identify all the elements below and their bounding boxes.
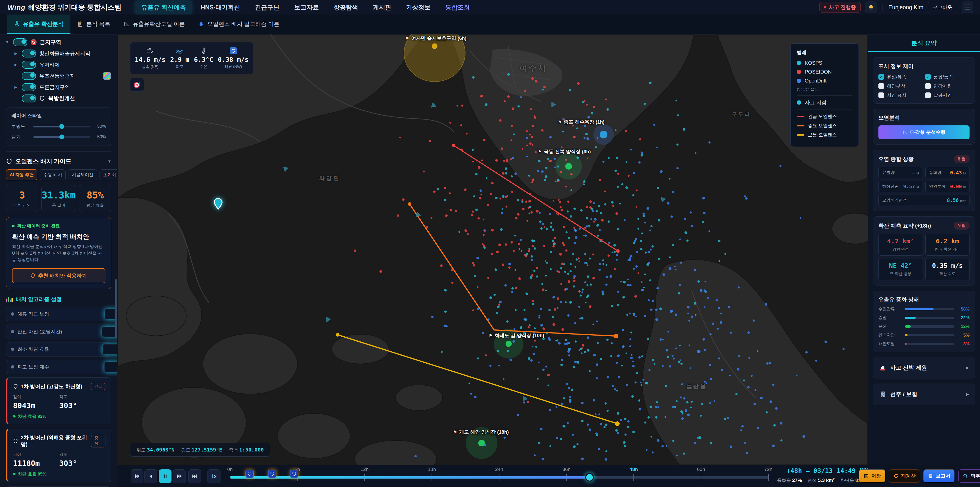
logout-button[interactable]: 로그아웃 xyxy=(928,2,957,13)
recalc-button[interactable]: 재계산 xyxy=(889,469,920,483)
fence-guide-header[interactable]: 오일펜스 배치 가이드 ▼ xyxy=(6,152,111,165)
nav-tab[interactable]: 항공탐색 xyxy=(327,0,364,14)
slider-value: 50% xyxy=(94,124,106,129)
checkbox-checked[interactable] xyxy=(925,74,931,80)
nav-tab[interactable]: 통합조회 xyxy=(439,0,476,14)
target-icon xyxy=(133,81,141,89)
fence-event-marker[interactable] xyxy=(290,469,298,478)
fast-forward-button[interactable] xyxy=(173,469,186,483)
blocking-efficiency: 차단 효율 92% xyxy=(13,414,105,419)
slider-track[interactable] xyxy=(33,136,90,138)
nav-tab[interactable]: 보고자료 xyxy=(288,0,325,14)
collapsed-section-card[interactable]: 사고 선박 제원▶ xyxy=(873,357,975,378)
layer-toggle[interactable] xyxy=(22,61,36,69)
layer-row[interactable]: 유조선통행금지 xyxy=(0,70,118,81)
expand-closed-icon[interactable]: ▶ xyxy=(13,85,18,89)
expand-closed-icon[interactable]: ▶ xyxy=(13,62,18,67)
incident-point-pin[interactable] xyxy=(214,198,223,210)
expand-closed-icon[interactable]: ▶ xyxy=(13,51,18,56)
slider-knob[interactable] xyxy=(59,134,64,139)
notifications-button[interactable] xyxy=(865,2,877,13)
trace-button[interactable]: 역추적 xyxy=(958,469,980,483)
checkbox-unchecked[interactable] xyxy=(878,93,884,98)
pause-button[interactable] xyxy=(159,469,172,483)
apply-plan-button[interactable]: 추천 배치안 적용하기 xyxy=(12,268,105,283)
defense-line-card[interactable]: 2차 방어선 (외해용 중형 포위망)중요길이11180m각도303°차단 효율… xyxy=(6,429,111,482)
display-checkbox-row[interactable]: 유향/유속 xyxy=(878,74,923,80)
display-checkbox-row[interactable]: 민감자원 xyxy=(925,83,970,89)
forecast-value: 4.7 km² xyxy=(881,238,921,245)
slider-knob[interactable] xyxy=(59,124,64,129)
polygon-analysis-button[interactable]: 다각형 분석수행 xyxy=(878,125,969,139)
timeline-tick-label[interactable]: 60h xyxy=(697,466,705,472)
checkbox-checked[interactable] xyxy=(878,74,884,80)
fence-event-marker[interactable] xyxy=(268,469,277,478)
layer-toggle[interactable] xyxy=(22,49,36,57)
layer-row[interactable]: ▶황산화물배출규제지역 xyxy=(0,48,118,59)
layer-toggle[interactable] xyxy=(13,38,27,46)
fence-stat-box: 3배치 라인 xyxy=(6,185,38,212)
layer-row[interactable]: 북방한계선 xyxy=(0,93,118,104)
playback-speed-button[interactable]: 1x xyxy=(207,469,221,483)
step-back-button[interactable] xyxy=(145,469,157,483)
nav-tab[interactable]: HNS·대기확산 xyxy=(194,0,247,14)
menu-button[interactable]: ☰ xyxy=(962,2,974,13)
subnav-tab[interactable]: 유출유 확산분석 xyxy=(7,14,70,34)
display-checkbox-row[interactable]: 해안부착 xyxy=(878,83,923,89)
subnav-tab-label: 분석 목록 xyxy=(86,20,110,28)
save-button[interactable]: 저장 xyxy=(859,469,886,483)
incident-focus-button[interactable] xyxy=(130,78,144,92)
sidebar-scrollbar[interactable] xyxy=(115,279,117,339)
incident-status-badge[interactable]: 사고 진행중 xyxy=(819,2,861,13)
map-marker-label[interactable]: ⚑여자만 습지보호구역 (6h) xyxy=(405,35,466,42)
param-input[interactable]: 1 xyxy=(104,362,118,372)
defense-line-card[interactable]: 1차 방어선 (고강도 차단형)긴급길이8043m각도303°차단 효율 92% xyxy=(6,377,111,424)
fence-mode-button[interactable]: 수동 배치 xyxy=(40,169,65,180)
fence-event-marker[interactable] xyxy=(245,469,254,478)
map-marker-label[interactable]: ⚑화태도 김 양식장 (10h) xyxy=(489,332,544,339)
nav-tab[interactable]: 기상정보 xyxy=(400,0,437,14)
layer-row[interactable]: ▼금지구역 xyxy=(0,37,118,48)
subnav-tab[interactable]: 분석 목록 xyxy=(70,14,117,34)
nav-tab[interactable]: 긴급구난 xyxy=(248,0,286,14)
timeline-tick-label[interactable]: 36h xyxy=(563,466,571,472)
layer-toggle[interactable] xyxy=(22,72,36,80)
layer-row[interactable]: ▶드론금지구역 xyxy=(0,81,118,93)
layer-row[interactable]: ▶유처리제 xyxy=(0,59,118,70)
skip-start-button[interactable] xyxy=(130,469,143,483)
subnav-tab[interactable]: 오일펜스 배치 알고리즘 이론 xyxy=(191,14,286,34)
display-checkbox-row[interactable]: 날짜시간 xyxy=(925,92,970,98)
timeline-tick-label[interactable]: 48h xyxy=(630,466,638,472)
layer-toggle[interactable] xyxy=(22,94,36,102)
timeline-handle[interactable] xyxy=(585,473,594,482)
fence-mode-button[interactable]: 초기화 xyxy=(100,169,118,180)
timeline-tick-label[interactable]: 0h xyxy=(227,466,232,472)
layer-style-swatch-icon[interactable] xyxy=(103,72,111,80)
timeline-tick-label[interactable]: 18h xyxy=(428,466,436,472)
slider-track[interactable] xyxy=(33,126,90,128)
param-input[interactable]: 80 xyxy=(103,344,118,354)
layer-toggle[interactable] xyxy=(22,83,36,91)
map-marker-label[interactable]: ⚑개도 해안 양식장 (18h) xyxy=(453,429,509,436)
subnav-tab[interactable]: 유출유확산모델 이론 xyxy=(117,14,191,34)
timeline-tick-label[interactable]: 24h xyxy=(495,466,503,472)
fence-mode-button[interactable]: AI 자동 추천 xyxy=(6,169,37,180)
display-checkbox-row[interactable]: 시간 표시 xyxy=(878,92,923,98)
display-checkbox-row[interactable]: 풍향/풍속 xyxy=(925,74,970,80)
timeline-readout: +48h – 03/13 14:49 KST xyxy=(787,467,871,474)
expand-open-icon[interactable]: ▼ xyxy=(5,40,10,44)
map-marker-label[interactable]: ⚑국동 전복 양식장 (3h) xyxy=(538,148,591,155)
checkbox-unchecked[interactable] xyxy=(925,93,931,98)
skip-end-button[interactable] xyxy=(188,469,201,483)
checkbox-unchecked[interactable] xyxy=(878,83,884,89)
nav-tab[interactable]: 유출유 확산예측 xyxy=(135,0,192,14)
nav-tab[interactable]: 게시판 xyxy=(366,0,398,14)
collapsed-section-card[interactable]: 선주 / 보험▶ xyxy=(873,383,975,405)
timeline-tick-label[interactable]: 72h xyxy=(764,466,773,472)
timeline-tick-label[interactable]: 12h xyxy=(361,466,369,472)
map-marker-label[interactable]: ⚑종포 해수욕장 (1h) xyxy=(558,119,605,125)
checkbox-unchecked[interactable] xyxy=(925,83,931,89)
map-canvas[interactable]: ⚑여자만 습지보호구역 (6h)⚑종포 해수욕장 (1h)⚑국동 전복 양식장 … xyxy=(118,35,868,465)
report-button[interactable]: 보고서 xyxy=(923,469,955,483)
fence-mode-button[interactable]: 시뮬레이션 xyxy=(68,169,97,180)
